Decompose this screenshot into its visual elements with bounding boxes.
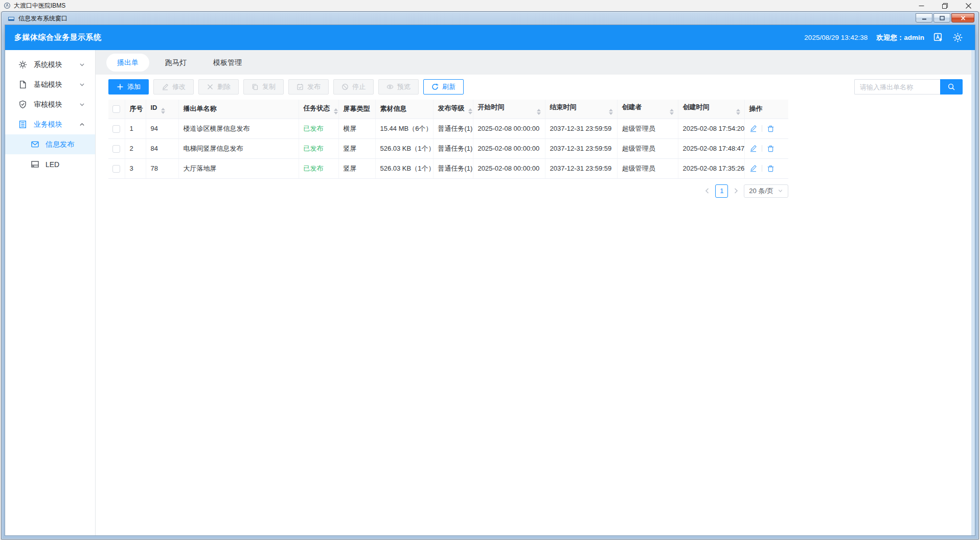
language-icon[interactable] bbox=[933, 32, 944, 43]
inner-minimize-button[interactable] bbox=[916, 13, 932, 22]
document-icon bbox=[18, 80, 27, 89]
sort-icon[interactable] bbox=[334, 108, 338, 114]
cell-seq: 1 bbox=[125, 119, 146, 138]
sidebar-item-business-module[interactable]: 业务模块 bbox=[5, 114, 95, 134]
divider bbox=[762, 145, 762, 152]
copy-button[interactable]: 复制 bbox=[243, 79, 284, 95]
shield-check-icon bbox=[18, 100, 27, 109]
sidebar-subitem-led[interactable]: LED bbox=[5, 154, 95, 174]
col-created-time[interactable]: 创建时间 bbox=[678, 100, 744, 119]
col-seq: 序号 bbox=[125, 100, 146, 119]
search-button[interactable] bbox=[940, 79, 963, 95]
header-datetime: 2025/08/29 13:42:38 bbox=[804, 34, 868, 41]
tab-label: 模板管理 bbox=[213, 58, 242, 66]
search-input[interactable] bbox=[854, 79, 940, 95]
cell-end-time: 2037-12-31 23:59:59 bbox=[545, 158, 617, 178]
stop-button-label: 停止 bbox=[352, 82, 366, 91]
chevron-left-icon[interactable] bbox=[704, 187, 711, 194]
select-all-checkbox[interactable] bbox=[112, 105, 120, 113]
sort-icon[interactable] bbox=[161, 108, 165, 114]
close-icon bbox=[961, 16, 966, 20]
outer-restore-button[interactable] bbox=[933, 0, 956, 11]
table-row: 3 78 大厅落地屏 已发布 竖屏 526.03 KB（1个） 普通任务(1) … bbox=[108, 158, 788, 178]
page-number[interactable]: 1 bbox=[715, 184, 728, 198]
add-button[interactable]: 添加 bbox=[108, 79, 149, 95]
eye-icon bbox=[386, 83, 394, 90]
sidebar-item-audit-module[interactable]: 审核模块 bbox=[5, 95, 95, 114]
cell-screen-type: 横屏 bbox=[338, 119, 375, 138]
table-row: 2 84 电梯间竖屏信息发布 已发布 竖屏 526.03 KB（1个） 普通任务… bbox=[108, 138, 788, 158]
delete-button[interactable]: 删除 bbox=[198, 79, 239, 95]
stop-button[interactable]: 停止 bbox=[333, 79, 374, 95]
col-level[interactable]: 发布等级 bbox=[433, 100, 473, 119]
toolbar: 添加 修改 bbox=[108, 79, 963, 95]
preview-button[interactable]: 预览 bbox=[378, 79, 419, 95]
inner-window-titlebar[interactable]: 信息发布系统窗口 bbox=[5, 12, 975, 25]
col-creator[interactable]: 创建者 bbox=[617, 100, 678, 119]
chevron-right-icon[interactable] bbox=[733, 187, 739, 194]
row-actions bbox=[749, 145, 789, 152]
sort-icon[interactable] bbox=[736, 109, 740, 115]
vertical-scrollbar[interactable] bbox=[971, 50, 975, 535]
sidebar-item-base-module[interactable]: 基础模块 bbox=[5, 75, 95, 95]
col-end-time[interactable]: 结束时间 bbox=[545, 100, 617, 119]
cell-id: 78 bbox=[146, 158, 178, 178]
cell-material: 526.03 KB（1个） bbox=[375, 158, 433, 178]
cell-end-time: 2037-12-31 23:59:59 bbox=[545, 119, 617, 138]
sort-icon[interactable] bbox=[670, 109, 674, 115]
tab-bar: 播出单 跑马灯 模板管理 bbox=[96, 50, 975, 75]
maximize-icon bbox=[940, 16, 945, 20]
sort-icon[interactable] bbox=[609, 109, 613, 115]
delete-button-label: 删除 bbox=[217, 82, 231, 91]
outer-close-button[interactable] bbox=[956, 0, 980, 11]
row-actions bbox=[749, 165, 789, 172]
sidebar-item-label: 系统模块 bbox=[34, 60, 62, 69]
cell-level: 普通任务(1) bbox=[433, 158, 473, 178]
inner-maximize-button[interactable] bbox=[933, 13, 950, 22]
sort-icon[interactable] bbox=[468, 108, 472, 114]
cell-material: 15.44 MB（6个） bbox=[375, 119, 433, 138]
trash-icon[interactable] bbox=[767, 145, 774, 152]
edit-icon[interactable] bbox=[749, 145, 757, 152]
inner-close-button[interactable] bbox=[951, 13, 974, 22]
led-screen-icon bbox=[31, 160, 39, 169]
app-client-area: 多媒体综合业务显示系统 2025/08/29 13:42:38 欢迎您：admi… bbox=[5, 25, 975, 536]
col-actions: 操作 bbox=[744, 100, 788, 119]
edit-button[interactable]: 修改 bbox=[153, 79, 194, 95]
cell-level: 普通任务(1) bbox=[433, 138, 473, 158]
publish-button[interactable]: 发布 bbox=[288, 79, 329, 95]
tab-playlist[interactable]: 播出单 bbox=[106, 54, 149, 72]
cell-created-time: 2025-02-08 17:54:20 bbox=[678, 119, 744, 138]
tab-marquee[interactable]: 跑马灯 bbox=[154, 54, 197, 72]
sidebar-subitem-info-publish[interactable]: 信息发布 bbox=[5, 134, 95, 154]
publish-button-label: 发布 bbox=[307, 82, 321, 91]
edit-icon[interactable] bbox=[749, 125, 757, 132]
edit-icon[interactable] bbox=[749, 165, 757, 172]
row-checkbox[interactable] bbox=[112, 125, 120, 133]
table-row: 1 94 楼道诊区横屏信息发布 已发布 横屏 15.44 MB（6个） 普通任务… bbox=[108, 119, 788, 138]
gear-icon bbox=[18, 60, 27, 69]
row-checkbox[interactable] bbox=[112, 145, 120, 153]
page-size-select[interactable]: 20 条/页 bbox=[744, 184, 788, 198]
trash-icon[interactable] bbox=[767, 165, 774, 172]
sidebar-item-label: 业务模块 bbox=[34, 120, 62, 129]
sort-icon[interactable] bbox=[537, 109, 541, 115]
tab-template-management[interactable]: 模板管理 bbox=[202, 54, 253, 72]
cell-screen-type: 竖屏 bbox=[338, 138, 375, 158]
trash-icon[interactable] bbox=[767, 125, 774, 132]
row-checkbox[interactable] bbox=[112, 165, 120, 173]
settings-gear-icon[interactable] bbox=[952, 32, 963, 43]
sidebar-subitem-label: LED bbox=[45, 160, 59, 169]
outer-minimize-button[interactable] bbox=[909, 0, 933, 11]
refresh-button[interactable]: 刷新 bbox=[423, 79, 464, 95]
add-button-label: 添加 bbox=[127, 82, 141, 91]
col-start-time[interactable]: 开始时间 bbox=[473, 100, 545, 119]
col-status[interactable]: 任务状态 bbox=[299, 100, 338, 119]
cell-start-time: 2025-02-08 00:00:00 bbox=[473, 158, 545, 178]
preview-button-label: 预览 bbox=[397, 82, 411, 91]
sidebar-item-system-module[interactable]: 系统模块 bbox=[5, 55, 95, 75]
minimize-icon bbox=[919, 3, 924, 9]
page-size-value: 20 条/页 bbox=[749, 186, 773, 196]
col-id[interactable]: ID bbox=[146, 100, 178, 119]
envelope-icon bbox=[31, 140, 39, 149]
